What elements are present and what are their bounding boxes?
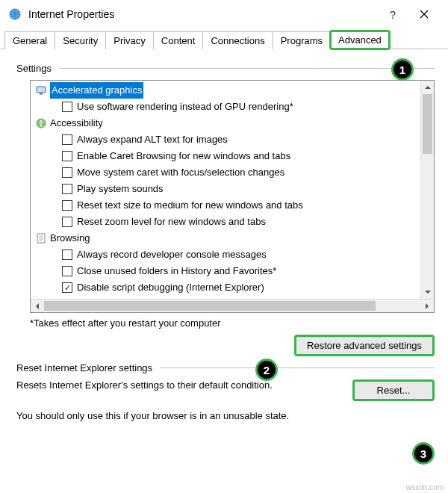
tree-checkbox-item[interactable]: Enable Caret Browsing for new windows an… (35, 148, 434, 164)
restart-footnote: *Takes effect after you restart your com… (30, 317, 435, 329)
tab-advanced[interactable]: Advanced (330, 31, 390, 49)
window-title: Internet Properties (28, 8, 378, 20)
svg-rect-1 (37, 87, 46, 93)
settings-label: Settings (16, 63, 52, 74)
checkbox[interactable] (62, 102, 72, 112)
checkbox[interactable] (62, 266, 72, 276)
reset-description: Resets Internet Explorer's settings to t… (16, 379, 339, 391)
checkbox[interactable] (62, 184, 72, 194)
reset-group-header: Reset Internet Explorer settings (16, 362, 435, 373)
tree-item-label: Enable Caret Browsing for new windows an… (77, 148, 290, 164)
divider (59, 68, 435, 69)
tree-item-label: Always record developer console messages (77, 246, 267, 263)
checkbox[interactable] (62, 167, 72, 178)
scroll-right-arrow[interactable] (420, 300, 434, 312)
tree-item-label: Disable script debugging (Other) (77, 296, 217, 299)
titlebar: Internet Properties ? (0, 0, 448, 27)
checkbox[interactable]: ✓ (62, 282, 72, 293)
tree-category-label: Browsing (50, 230, 90, 246)
tree-category[interactable]: Accelerated graphics (35, 82, 434, 99)
scroll-thumb[interactable] (423, 94, 432, 154)
tree-item-label: Reset zoom level for new windows and tab… (77, 214, 266, 230)
tree-checkbox-item[interactable]: Move system caret with focus/selection c… (35, 164, 434, 181)
tab-connections[interactable]: Connections (202, 31, 273, 49)
tree-checkbox-item[interactable]: Use software rendering instead of GPU re… (35, 99, 434, 115)
tree-item-label: Move system caret with focus/selection c… (77, 164, 284, 181)
divider (160, 368, 435, 368)
tree-checkbox-item[interactable]: Close unused folders in History and Favo… (35, 263, 434, 279)
watermark: wsxdn.com (406, 483, 444, 492)
vertical-scrollbar[interactable] (420, 81, 434, 299)
tree-category-label: Accessibility (50, 115, 103, 131)
close-button[interactable] (408, 4, 441, 25)
tree-category[interactable]: Accessibility (35, 115, 434, 131)
tab-general[interactable]: General (4, 31, 55, 49)
tree-checkbox-item[interactable]: Reset text size to medium for new window… (35, 197, 434, 214)
hscroll-thumb[interactable] (44, 301, 376, 311)
tab-content[interactable]: Content (153, 31, 204, 49)
hscroll-track[interactable] (44, 300, 420, 312)
tree-item-label: Close unused folders in History and Favo… (77, 263, 276, 279)
checkbox[interactable] (62, 200, 72, 211)
tab-privacy[interactable]: Privacy (105, 31, 154, 49)
svg-point-4 (40, 120, 42, 122)
page-icon (35, 232, 47, 244)
tree-item-label: Always expand ALT text for images (77, 131, 228, 148)
help-button[interactable]: ? (378, 8, 408, 21)
reset-group-label: Reset Internet Explorer settings (16, 362, 152, 373)
tab-security[interactable]: Security (55, 31, 106, 49)
annotation-callout-2: 2 (255, 359, 278, 381)
settings-listbox[interactable]: Accelerated graphicsUse software renderi… (30, 80, 435, 313)
settings-group-header: Settings (16, 63, 435, 74)
internet-options-icon (7, 7, 22, 22)
tab-strip: GeneralSecurityPrivacyContentConnections… (0, 27, 448, 49)
svg-rect-5 (37, 234, 45, 243)
tree-checkbox-item[interactable]: ✓Disable script debugging (Internet Expl… (35, 279, 434, 296)
checkbox[interactable] (62, 249, 72, 260)
tree-item-label: Disable script debugging (Internet Explo… (77, 279, 264, 296)
annotation-callout-3: 3 (412, 442, 435, 465)
tree-checkbox-item[interactable]: Always record developer console messages (35, 246, 434, 263)
checkbox[interactable] (62, 217, 72, 227)
scroll-left-arrow[interactable] (31, 300, 44, 312)
tree-checkbox-item[interactable]: Play system sounds (35, 181, 434, 197)
accessibility-icon (35, 117, 47, 129)
scroll-down-arrow[interactable] (421, 285, 434, 299)
checkbox[interactable] (62, 134, 72, 145)
annotation-callout-1: 1 (391, 58, 414, 81)
tree-checkbox-item[interactable]: Always expand ALT text for images (35, 131, 434, 148)
tab-programs[interactable]: Programs (273, 31, 331, 49)
settings-tree[interactable]: Accelerated graphicsUse software renderi… (31, 81, 434, 299)
checkbox[interactable] (62, 151, 72, 161)
scroll-track[interactable] (421, 94, 434, 285)
tree-category[interactable]: Browsing (35, 230, 434, 246)
tree-item-label: Reset text size to medium for new window… (77, 197, 303, 214)
horizontal-scrollbar[interactable] (31, 299, 434, 312)
scroll-up-arrow[interactable] (421, 81, 434, 94)
tree-category-label: Accelerated graphics (50, 82, 143, 99)
reset-warning: You should only use this if your browser… (16, 410, 435, 421)
tree-item-label: Play system sounds (77, 181, 164, 197)
svg-rect-2 (40, 93, 43, 95)
close-icon (420, 10, 429, 19)
reset-button[interactable]: Reset... (352, 379, 435, 401)
restore-advanced-settings-button[interactable]: Restore advanced settings (294, 335, 435, 356)
tree-checkbox-item[interactable]: ✓Disable script debugging (Other) (35, 296, 434, 299)
tree-item-label: Use software rendering instead of GPU re… (77, 99, 293, 115)
monitor-icon (35, 84, 47, 96)
tree-checkbox-item[interactable]: Reset zoom level for new windows and tab… (35, 214, 434, 230)
